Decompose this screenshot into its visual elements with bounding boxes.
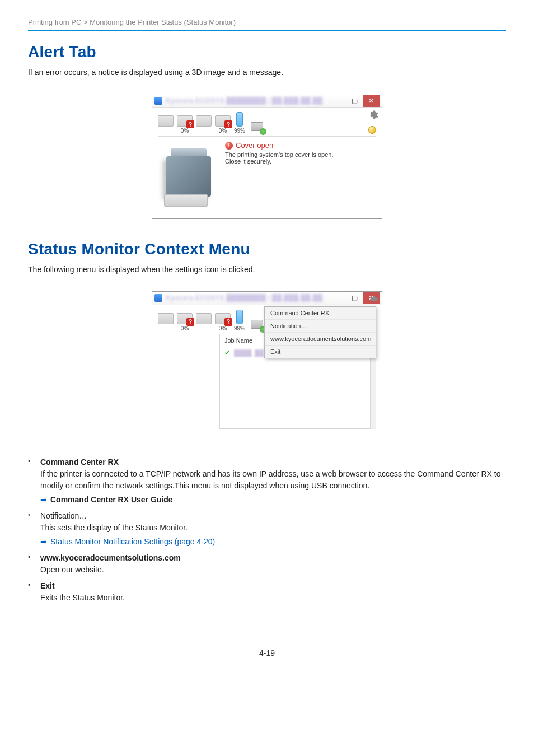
arrow-icon: ➡ [40,536,47,548]
error-icon: ! [225,142,233,150]
bullet-marker: • [28,456,32,506]
list-item: •Command Center RXIf the printer is conn… [28,456,506,506]
gear-icon-partial[interactable] [368,295,378,301]
tray-icon-1[interactable]: 0% [177,313,193,332]
list-item: •www.kyoceradocumentsolutions.comOpen ou… [28,552,506,576]
window-titlebar: Kyocera ECOSYS ████████ / ██.███.██.██ —… [152,94,382,108]
toner-percent: 99% [234,325,245,332]
minimize-button[interactable]: — [329,95,346,107]
bullet-marker: • [28,552,32,576]
arrow-icon: ➡ [40,494,47,506]
list-item-content: www.kyoceradocumentsolutions.comOpen our… [40,552,506,576]
tray-percent-1: 0% [177,325,193,332]
bullet-marker: • [28,580,32,604]
reference-row: ➡Command Center RX User Guide [40,494,506,506]
heading-alert-tab: Alert Tab [28,43,506,61]
status-monitor-window-context: Kyocera ECOSYS ████████ / ██.███.██.██ —… [152,291,382,435]
list-item-title: Exit [40,580,506,592]
toner-icon[interactable]: 99% [234,310,245,332]
list-item-title: Command Center RX [40,456,506,468]
printer-3d-image [158,334,218,429]
tray-percent-2: 0% [215,325,231,332]
figure-context-window: Kyocera ECOSYS ████████ / ██.███.██.██ —… [28,291,506,435]
list-item-desc: Open our website. [40,564,506,576]
reference-text: Command Center RX User Guide [50,494,173,506]
alert-tab-intro: If an error occurs, a notice is displaye… [28,67,506,78]
list-item-desc: Exits the Status Monitor. [40,592,506,604]
list-item-desc: If the printer is connected to a TCP/IP … [40,468,506,492]
context-menu-description-list: •Command Center RXIf the printer is conn… [28,456,506,604]
window-title: Kyocera ECOSYS ████████ / ██.███.██.██ [166,294,329,302]
menu-item-command-center[interactable]: Command Center RX [265,307,376,319]
alert-error-line2: Close it securely. [225,158,376,165]
tray-icon-mp[interactable] [158,313,174,332]
tray-icon-3[interactable]: 0% [215,115,231,134]
alert-error-line1: The printing system's top cover is open. [225,151,376,158]
tray-icon-2[interactable] [196,115,212,134]
context-menu: Command Center RX Notification... www.ky… [264,306,376,358]
list-item: •ExitExits the Status Monitor. [28,580,506,604]
list-item-title: www.kyoceradocumentsolutions.com [40,552,506,564]
figure-alert-window: Kyocera ECOSYS ████████ / ██.███.██.██ —… [28,94,506,219]
alert-error-title: Cover open [236,141,273,150]
reference-row: ➡Status Monitor Notification Settings (p… [40,536,506,548]
waste-toner-tab[interactable] [249,119,265,134]
bullet-marker: • [28,510,32,548]
reference-link[interactable]: Status Monitor Notification Settings (pa… [50,536,215,548]
gear-icon[interactable] [368,110,378,120]
window-titlebar: Kyocera ECOSYS ████████ / ██.███.██.██ —… [152,292,382,305]
menu-item-exit[interactable]: Exit [265,345,376,358]
close-button[interactable]: ✕ [363,95,380,107]
job-name-value: ████_██ [234,349,264,356]
status-monitor-window-alert: Kyocera ECOSYS ████████ / ██.███.██.██ —… [152,94,382,219]
menu-item-website[interactable]: www.kyoceradocumentsolutions.com [265,332,376,345]
section-divider [28,30,506,31]
waste-toner-tab[interactable] [249,317,265,332]
tray-icon-2[interactable] [196,313,212,332]
breadcrumb: Printing from PC > Monitoring the Printe… [28,18,506,26]
minimize-button[interactable]: — [329,292,346,304]
tray-percent-1: 0% [177,128,193,134]
window-title: Kyocera ECOSYS ████████ / ██.███.██.██ [166,97,329,105]
list-item: •Notification…This sets the display of t… [28,510,506,548]
heading-context-menu: Status Monitor Context Menu [28,240,506,258]
app-icon [154,97,162,105]
tray-icon-3[interactable]: 0% [215,313,231,332]
tray-percent-2: 0% [215,128,231,134]
context-menu-intro: The following menu is displayed when the… [28,264,506,275]
app-icon [154,294,162,302]
menu-item-notification[interactable]: Notification... [265,319,376,332]
page-number: 4-19 [28,648,506,657]
list-item-content: ExitExits the Status Monitor. [40,580,506,604]
printer-3d-image [158,140,219,213]
alert-status-lamp [368,126,376,134]
maximize-button[interactable]: ▢ [346,292,363,304]
toner-icon[interactable]: 99% [234,112,245,134]
list-item-desc: This sets the display of the Status Moni… [40,522,506,534]
tray-icon-mp[interactable] [158,115,174,134]
tray-icon-1[interactable]: 0% [177,115,193,134]
list-item-title: Notification… [40,510,506,522]
list-item-content: Notification…This sets the display of th… [40,510,506,548]
toner-percent: 99% [234,128,245,134]
list-item-content: Command Center RXIf the printer is conne… [40,456,506,506]
check-icon: ✔ [224,349,230,357]
maximize-button[interactable]: ▢ [346,95,363,107]
